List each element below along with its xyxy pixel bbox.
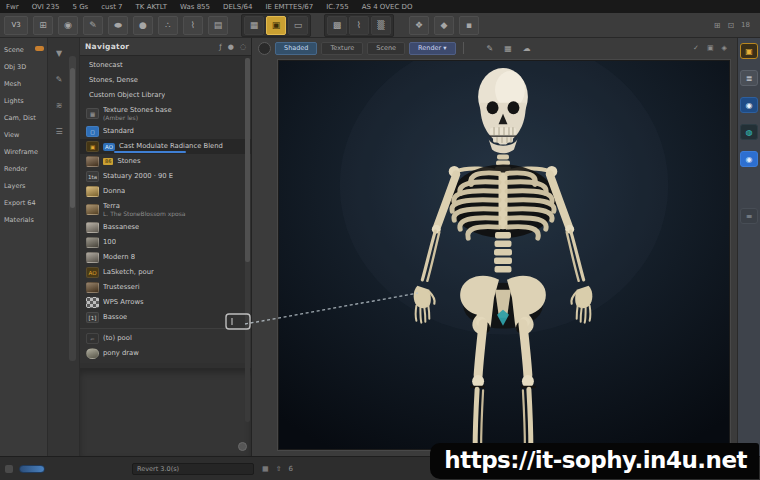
person-icon[interactable]: ◉ [740, 151, 758, 167]
viewport-canvas[interactable] [278, 60, 730, 450]
tool-icon[interactable]: ⬬ [108, 16, 128, 35]
tool-icon[interactable]: ⌇ [183, 16, 203, 35]
list-item[interactable]: Donna [80, 184, 251, 199]
menu-icon[interactable]: ≡ [740, 208, 758, 224]
list-item[interactable]: Trustesseri [80, 280, 251, 295]
sidebar-item[interactable]: Layers [0, 179, 47, 196]
viewport-corner-icon[interactable]: ◈ [722, 44, 727, 52]
strip-tool-icon[interactable]: ≋ [51, 97, 67, 113]
notes-icon[interactable]: ≣ [740, 70, 758, 86]
list-item[interactable]: 1taStatuary 2000 · 90 E [80, 169, 251, 184]
tool-icon[interactable]: ∴ [158, 16, 178, 35]
sidebar-item[interactable]: Materials [0, 213, 47, 230]
pin-icon[interactable]: ◍ [740, 124, 758, 140]
viewport-header-icon[interactable]: ▦ [504, 44, 512, 53]
list-item[interactable]: Stonecast [80, 58, 251, 73]
tool-icon[interactable]: ◉ [58, 16, 78, 35]
row-label: 100 [103, 238, 116, 246]
viewport-tab[interactable]: Render ▾ [409, 42, 455, 55]
list-item[interactable]: Modern 8 [80, 250, 251, 265]
thumbnail-icon [86, 252, 99, 263]
panel-header-icon[interactable]: ◌ [240, 43, 246, 51]
strip-tool-icon[interactable]: ▼ [51, 45, 67, 61]
list-item[interactable]: ⌐(to) pool [80, 331, 251, 346]
status-icon[interactable]: ⇧ [276, 465, 282, 473]
sidebar-item[interactable]: Lights [0, 94, 47, 111]
material-slot-icon[interactable]: ▣ [740, 43, 758, 59]
menu-item[interactable]: DELS/64 [223, 3, 252, 11]
tool-icon[interactable]: ▭ [288, 16, 308, 35]
list-item[interactable]: Bassanese [80, 220, 251, 235]
sidebar-item[interactable]: Cam, Dist [0, 111, 47, 128]
tool-icon[interactable]: ▪ [459, 16, 479, 35]
panel-header-icon[interactable]: ● [228, 43, 234, 51]
status-field[interactable]: Revert 3.0(s) [132, 463, 254, 475]
list-item[interactable]: WPS Arrows [80, 295, 251, 310]
list-item[interactable]: 86Stones [80, 154, 251, 169]
viewport-corner-icon[interactable]: ▣ [707, 44, 714, 52]
viewport-menu-icon[interactable] [258, 42, 271, 55]
list-item[interactable]: [1]Bassoe [80, 310, 251, 325]
tool-icon[interactable]: ⌇ [349, 16, 369, 35]
tool-icon[interactable]: ✎ [83, 16, 103, 35]
panel-header-icon[interactable]: ƒ [219, 43, 221, 51]
row-label: LaSketch, pour [103, 268, 154, 276]
camera-icon[interactable]: ◉ [740, 97, 758, 113]
menu-item[interactable]: IE EMTTES/67 [265, 3, 313, 11]
corner-icon[interactable]: ⊡ [727, 21, 734, 30]
list-item[interactable]: TerraL. The StoneBlossom xposa [80, 199, 251, 220]
sidebar-item[interactable]: View [0, 128, 47, 145]
sidebar-item[interactable]: Mesh [0, 77, 47, 94]
tool-icon[interactable]: ● [133, 16, 153, 35]
tool-icon[interactable]: ▦ [244, 16, 264, 35]
sidebar-item[interactable]: Export 64 [0, 196, 47, 213]
thumbnail-icon [86, 348, 99, 359]
tool-icon[interactable]: ▣ [266, 16, 286, 35]
tool-icon[interactable]: ❖ [409, 16, 429, 35]
tool-icon[interactable]: ▒ [371, 16, 391, 35]
row-icon: ◻ [86, 126, 99, 137]
menu-item[interactable]: Fwr [6, 3, 19, 11]
row-label: Standard [103, 127, 134, 135]
list-item[interactable]: Custom Object Library [80, 88, 251, 103]
viewport-header-icon[interactable]: ☁ [523, 44, 531, 53]
tool-icon[interactable]: ▩ [327, 16, 347, 35]
tool-icon[interactable]: ◆ [434, 16, 454, 35]
thumbnail-icon [86, 186, 99, 197]
list-item[interactable]: ▦Texture Stones base(Amber les) [80, 103, 251, 124]
status-icon[interactable]: ▦ [262, 465, 269, 473]
menu-item[interactable]: TK AKTLT [136, 3, 167, 11]
viewport-tab[interactable]: Scene [367, 42, 405, 55]
tool-icon[interactable]: ▤ [208, 16, 228, 35]
list-item[interactable]: Stones, Dense [80, 73, 251, 88]
viewport-tab[interactable]: Shaded [275, 42, 317, 55]
menu-item[interactable]: cust 7 [101, 3, 122, 11]
strip-tool-icon[interactable]: ✎ [51, 71, 67, 87]
sidebar-item[interactable]: Wireframe [0, 145, 47, 162]
list-item[interactable]: AOLaSketch, pour [80, 265, 251, 280]
viewport-corner-icon[interactable]: ✓ [693, 44, 699, 52]
list-item[interactable]: 100 [80, 235, 251, 250]
select-tool-button[interactable]: V3 [4, 16, 28, 35]
list-item[interactable]: ◻Standard [80, 124, 251, 139]
list-item[interactable]: ▣AOCast Modulate Radiance Blend [80, 139, 251, 154]
menu-item[interactable]: OVI 235 [32, 3, 60, 11]
list-item[interactable]: pony draw [80, 346, 251, 361]
strip-tool-icon[interactable]: ☰ [51, 123, 67, 139]
thumbnail-icon [86, 222, 99, 233]
panel-scrollbar[interactable] [245, 58, 250, 422]
sidebar-item[interactable]: Obj 3D [0, 60, 47, 77]
corner-icon[interactable]: ⊞ [714, 21, 721, 30]
status-mini-icon[interactable] [5, 465, 13, 473]
viewport-tab[interactable]: Texture [321, 42, 363, 55]
menu-item[interactable]: Was 855 [180, 3, 210, 11]
menu-item[interactable]: AS 4 OVEC DO [362, 3, 413, 11]
viewport-header-icon[interactable]: ✎ [487, 44, 494, 53]
menu-item[interactable]: IC.755 [326, 3, 349, 11]
panel-resize-knob[interactable] [238, 442, 247, 451]
sidebar-item[interactable]: Render [0, 162, 47, 179]
sidebar-item[interactable]: Scene [0, 43, 47, 60]
tool-icon[interactable]: ⊞ [33, 16, 53, 35]
tool-strip-scrollbar[interactable] [69, 56, 76, 361]
menu-item[interactable]: 5 Gs [72, 3, 88, 11]
